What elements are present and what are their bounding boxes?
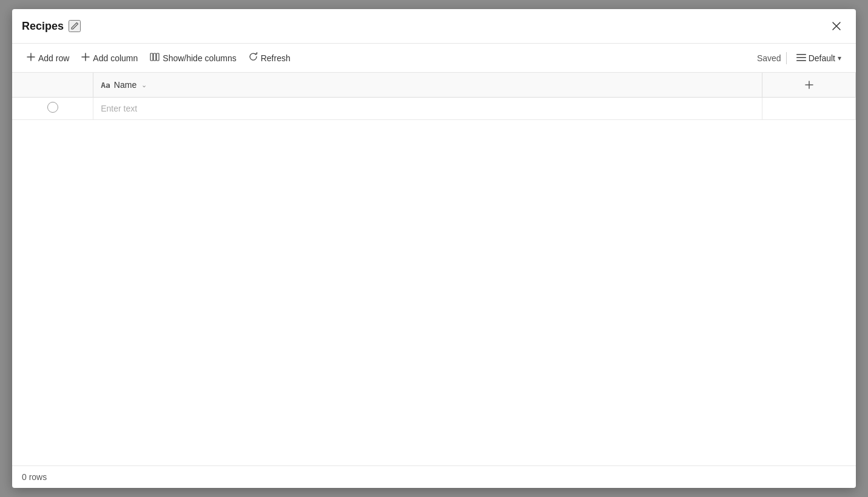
saved-label: Saved — [757, 53, 781, 63]
table-row — [12, 98, 856, 120]
checkbox-header — [12, 73, 93, 98]
svg-rect-0 — [150, 53, 153, 61]
edit-title-button[interactable] — [69, 20, 81, 32]
svg-rect-4 — [796, 57, 806, 58]
default-label: Default — [809, 53, 835, 63]
modal-title: Recipes — [22, 20, 64, 33]
toolbar: Add row Add column Show/hide columns — [12, 44, 856, 73]
svg-rect-1 — [153, 53, 156, 61]
close-button[interactable] — [827, 16, 846, 36]
plus-icon-add-row — [27, 53, 35, 64]
name-column-header[interactable]: Aa Name ⌄ — [93, 73, 762, 98]
lines-icon — [796, 53, 806, 63]
add-column-header[interactable] — [762, 73, 856, 98]
modal-title-area: Recipes — [22, 20, 81, 33]
svg-rect-3 — [796, 54, 806, 55]
refresh-button[interactable]: Refresh — [244, 48, 295, 67]
text-field-icon: Aa — [101, 81, 110, 90]
svg-rect-2 — [156, 53, 159, 61]
modal-header: Recipes — [12, 9, 856, 44]
svg-rect-5 — [796, 60, 806, 61]
name-cell[interactable] — [93, 98, 762, 120]
add-column-icon-button[interactable] — [762, 73, 855, 97]
toolbar-right: Saved Default ▾ — [757, 51, 846, 65]
data-table: Aa Name ⌄ — [12, 73, 856, 120]
add-column-label: Add column — [93, 53, 138, 63]
default-view-button[interactable]: Default ▾ — [792, 51, 846, 65]
show-hide-columns-button[interactable]: Show/hide columns — [145, 49, 241, 67]
refresh-label: Refresh — [261, 53, 291, 63]
table-area: Aa Name ⌄ — [12, 73, 856, 465]
name-input[interactable] — [93, 98, 762, 119]
toolbar-divider — [786, 52, 787, 64]
chevron-down-icon: ▾ — [838, 54, 841, 62]
add-row-button[interactable]: Add row — [22, 49, 74, 67]
sort-chevron-icon: ⌄ — [141, 81, 147, 89]
empty-add-col-cell — [762, 98, 856, 120]
row-checkbox[interactable] — [47, 102, 58, 113]
columns-icon — [150, 53, 160, 64]
modal-overlay: Recipes Add row — [0, 0, 868, 497]
rows-count-label: 0 rows — [22, 472, 47, 482]
row-checkbox-cell — [12, 98, 93, 120]
add-row-label: Add row — [38, 53, 69, 63]
modal: Recipes Add row — [12, 9, 856, 488]
refresh-icon — [249, 52, 258, 64]
add-column-button[interactable]: Add column — [76, 49, 143, 67]
show-hide-columns-label: Show/hide columns — [163, 53, 236, 63]
name-column-label: Name — [114, 80, 136, 90]
plus-icon-add-column — [81, 53, 90, 64]
modal-footer: 0 rows — [12, 465, 856, 488]
